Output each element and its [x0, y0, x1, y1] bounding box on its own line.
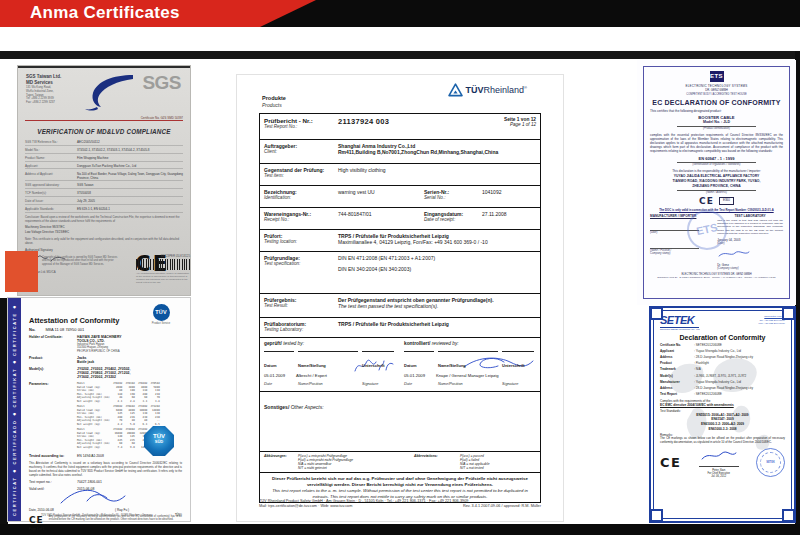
sgs-field-row: Model No.:XT4502-1, XT4502-2, XT4503-1, … — [25, 148, 183, 154]
sgs-field-row: Applicable Standards:EN 619-1:1, EN 6020… — [25, 207, 183, 213]
ec-standard-caption: (Identification of regulations / standar… — [650, 163, 783, 166]
barcode — [136, 259, 190, 270]
abbreviations-row: Abkürzungen: P(ass) = entspricht Prüfgru… — [260, 452, 540, 473]
setek-field-row: Applicant: Yuyao Shengda Industry Co., L… — [660, 349, 785, 353]
attestation-page: Page 1 of 1 — [29, 527, 182, 531]
attestation-number: No.M8A 11 08 74950 001 — [29, 327, 182, 332]
page-title-banner: Anma Certificates — [0, 0, 316, 27]
ec-lab-signature — [717, 249, 751, 259]
ec-lab-heading: TEST LABORATORY — [717, 214, 783, 218]
attestation-signer: ( Ray Fu ) — [115, 508, 129, 512]
attestation-footer-mark: TÜV® — [175, 514, 182, 517]
sgs-logo: SGS — [142, 73, 181, 92]
tuv-rheinland-logo: TÜVRheinland® — [448, 83, 527, 97]
setek-field-row: Manufacturer: Yuyao Shengda Industry Co.… — [660, 380, 785, 384]
certificat-side-text: CERTIFICAT ◆ CERTIFICADO ◆ CERTIFIKAT ◆ … — [8, 298, 21, 521]
ec-footer-address: Schwarzer Weg 26 · D-15834 Rangsdorf b. … — [650, 276, 783, 279]
sgs-company-address: 131 Wu Kung Road, WuKu Industrial Zone, … — [26, 86, 61, 104]
tuv-rheinland-test-report: Produkte Products TÜVRheinland® Prüfberi… — [237, 75, 563, 521]
setek-logo: SETEK — [660, 315, 699, 326]
setek-field-row: Address: 28-D Jiangnan Road Ningbo Zheji… — [660, 355, 785, 359]
sgs-directive-2: Low Voltage Directive 73/23/EEC — [25, 230, 183, 234]
setek-title: Declaration of Conformity — [660, 334, 785, 341]
e-mark-box: E360 — [719, 197, 734, 205]
setek-directive: EC EMC directive 2004/108/EC with amendm… — [660, 403, 785, 407]
report-number-row: Prüfbericht - Nr.:Test Report No.: 21137… — [260, 114, 540, 140]
ec-declaration-certificate: ETS ELECTRONIC TECHNOLOGY SYSTEMS DR. GE… — [637, 60, 796, 305]
attestation-footer: TÜV SÜD Product Service GmbH · Zertifizi… — [41, 514, 153, 517]
sgs-directive-1: Machinery Directive 98/37/EC — [25, 225, 183, 229]
sgs-field-row: TCF Number(s):XT050058 — [25, 191, 183, 197]
setek-field-row: Product: Flashlight — [660, 361, 785, 365]
sgs-certificate-number: Certificate No. GZ6 SMD 50397 — [25, 116, 183, 121]
sgs-fields: SGS TW Reference No.:AEC/2005/50112 Mode… — [25, 140, 183, 213]
parameters-table-2: Model JY0602 JY0802 JY1002 JY1202 Rated … — [77, 405, 182, 426]
setek-stamp-icon: SETEK — [756, 448, 785, 477]
setek-field-row: Address: 28-D Jiangnan Road Ningbo Zheji… — [660, 386, 785, 390]
setek-signature — [699, 450, 739, 462]
other-aspects-row: Sonstiges/ Other Aspects: — [260, 392, 540, 452]
top-black-bar: Anma Certificates — [0, 0, 800, 27]
ec-validity-note: The DOC is only valid in connection with… — [650, 208, 783, 212]
ec-product-model: Model No. : JLD — [650, 120, 783, 124]
setek-logo-subtitle: Shenzhen SETEK Technology Co., Ltd — [660, 327, 699, 330]
ce-mark: CE — [699, 196, 714, 206]
sgs-barcode-text: XX123PER 05LK53125 — [136, 254, 190, 258]
testing-laboratory-row: Prüflaboratorium:Testing Laboratory: TRP… — [260, 318, 540, 338]
ec-name-caption: (Name / Address) — [650, 191, 783, 194]
setek-field-row: Model(s): JL966, JL968T, JL970, JL971, J… — [660, 374, 785, 378]
attestation-signature — [57, 487, 127, 509]
report-number: 21137924 003 — [334, 114, 482, 139]
border-ornament — [650, 509, 663, 522]
page-title: Anma Certificates — [0, 0, 316, 26]
attestation-holder-row: Holder of Certificate: HAIYAN JIAYE MACH… — [29, 335, 182, 353]
attestation-product-row: Product: Jacks Bottle jack — [29, 356, 182, 364]
setek-field-row: Certificate No.: SETEK20120608E — [660, 343, 785, 347]
left-black-edge — [0, 298, 8, 524]
test-result-row: Prüfergebnis:Test Result: Der Prüfgegens… — [260, 294, 540, 318]
ec-standard: EN 60947 - 1 : 1999 — [650, 156, 783, 161]
sgs-bird-icon — [83, 73, 135, 111]
receipt-row: Wareneingangs-Nr.:Receipt No.: 744-80184… — [260, 208, 540, 230]
ec-product-caption: (Product Identification) — [650, 127, 783, 130]
ec-lab-text: This is the result of test, that was car… — [717, 219, 783, 236]
ec-org-role: COMPETENT BODY / ACCREDITED TEST HOUSE — [650, 93, 783, 96]
sgs-field-row: Product Name:Film Wrapping Machine — [25, 156, 183, 162]
setek-field-row: Test Report: SETEK20120608E — [660, 392, 785, 396]
ec-responsibility: This declaration is the responsibility o… — [650, 169, 783, 173]
report-doc-type: Produkte Products — [262, 95, 286, 108]
sgs-copyright: Copyright of this certificate is owned b… — [42, 256, 120, 266]
page: Anma Certificates SGS Taiwan Ltd. MD Ser… — [0, 0, 800, 535]
sgs-company-name: SGS Taiwan Ltd. — [26, 74, 61, 80]
border-ornament — [650, 307, 663, 320]
ec-body-text: complies with the essential protection r… — [650, 133, 783, 154]
sgs-field-row: Date of Issue:July 29, 2005 — [25, 199, 183, 205]
sgs-field-row: SGS TW Reference No.:AEC/2005/50112 — [25, 140, 183, 146]
report-footer: TÜV Rheinland Product Safety GmbH · Am G… — [259, 499, 541, 508]
setek-remarks: The CE markings as shown below can be af… — [660, 437, 785, 445]
ec-intro: This certifies that the following design… — [650, 109, 783, 113]
attestation-report-row: Test report no.: 70427-1806-001 — [29, 480, 182, 484]
border-ornament — [782, 307, 795, 320]
tuv-logo-icon: TÜV — [153, 304, 170, 321]
orange-label — [5, 251, 38, 292]
attestation-date: Date, 2010-06-08 — [29, 508, 54, 512]
certificat-side-strip: CERTIFICAT ◆ CERTIFICADO ◆ CERTIFIKAT ◆ … — [8, 298, 21, 521]
attestation-certificate: CERTIFICAT ◆ CERTIFICADO ◆ CERTIFIKAT ◆ … — [8, 298, 190, 521]
tuv-logo-subtitle: Product Service — [146, 322, 176, 325]
test-specification-row: Prüfgrundlage:Test specification: DIN EN… — [260, 252, 540, 294]
attestation-models-row: Model(s): JY0202, JY0302, JY0402, JY0502… — [29, 367, 182, 379]
ec-right-caption: (Company stamp) — [717, 267, 783, 270]
setek-field-row: Trademark: N/A — [660, 367, 785, 371]
sgs-field-row: Address of Applicant:No.100 of East Bord… — [25, 172, 183, 182]
parameters-table-1: Model JY0202 JY0302 JY0402 JY0502 Rated … — [77, 382, 182, 403]
testing-location-row: Prüfort:Testing location: TRPS / Prüfste… — [260, 230, 540, 252]
report-table: Prüfbericht - Nr.:Test Report No.: 21137… — [259, 113, 541, 503]
signatures-row: geprüft/ tested by: 05.01.2009Albrecht /… — [260, 338, 540, 392]
sgs-certificate: SGS Taiwan Ltd. MD Services 131 Wu Kung … — [18, 66, 190, 295]
ec-date-caption-right: (Date) — [717, 242, 783, 245]
sgs-conclusion: Conclusion: Based upon a review of the w… — [25, 215, 183, 223]
ce-mark: CE — [660, 455, 681, 470]
border-ornament — [782, 509, 795, 522]
test-item-row: Gegenstand der Prüfung:Test item: High v… — [260, 164, 540, 186]
